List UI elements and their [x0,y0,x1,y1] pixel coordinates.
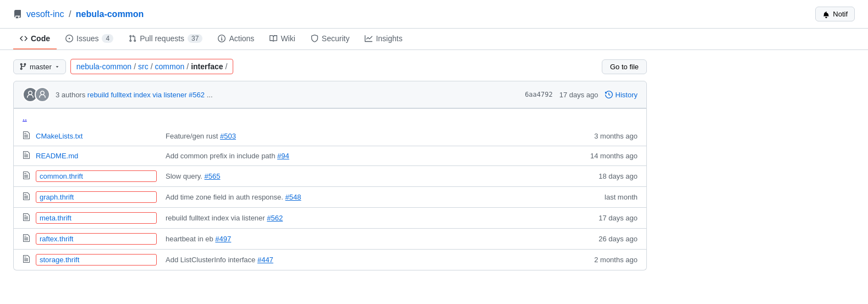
pr-icon [129,35,136,42]
breadcrumb-path: nebula-common / src / common / interface… [70,59,234,74]
parent-dir-row: .. [14,108,646,126]
path-sep: / [69,9,71,19]
wiki-icon [270,35,277,42]
repo-path: vesoft-inc / nebula-common [26,9,144,19]
actions-icon [218,35,226,42]
file-icon [23,131,31,141]
chevron-down-icon [54,64,60,69]
table-row: raftex.thrift heartbeat in eb #497 26 da… [14,228,646,249]
tab-pull-requests[interactable]: Pull requests 37 [122,29,209,49]
table-row: common.thrift Slow query. #565 18 days a… [14,165,646,186]
file-commit-msg: rebuild fulltext index via listener #562 [157,214,572,222]
commit-authors: 3 authors [56,91,85,99]
file-icon [23,255,31,265]
tab-security[interactable]: Security [304,29,356,49]
table-row: README.md Add common prefix in include p… [14,146,646,165]
commit-ref-link[interactable]: #548 [285,193,301,201]
pr-badge: 37 [188,34,202,43]
repo-nav: Code Issues 4 Pull requests 37 Actions W… [0,29,868,50]
file-commit-msg: Feature/gen rust #503 [157,132,572,140]
commit-ref-link[interactable]: #562 [267,214,283,222]
crumb-sep-1: / [134,62,136,71]
file-name: storage.thrift [36,254,157,266]
breadcrumb-row: master nebula-common / src / common / in… [13,59,647,74]
tab-issues-label: Issues [76,34,98,43]
issue-icon [65,35,73,42]
file-icon [23,234,31,244]
commit-ref-link[interactable]: #497 [215,235,231,243]
file-rows-container: CMakeLists.txt Feature/gen rust #503 3 m… [14,126,646,270]
commit-avatars [23,87,50,102]
repo-icon [13,9,22,19]
file-date: last month [572,193,638,201]
file-name-link[interactable]: README.md [36,152,78,160]
crumb-common[interactable]: common [155,62,185,71]
file-table: .. CMakeLists.txt Feature/gen rust #503 … [13,108,647,270]
crumb-sep-4: / [226,62,228,71]
tab-actions[interactable]: Actions [211,29,261,49]
insights-icon [365,35,372,42]
file-commit-msg: Add ListClusterInfo interface #447 [157,256,572,264]
tab-wiki[interactable]: Wiki [263,29,301,49]
file-name: meta.thrift [36,212,157,224]
file-date: 17 days ago [572,214,638,222]
file-name: common.thrift [36,170,157,182]
crumb-repo[interactable]: nebula-common [76,62,131,71]
commit-hash: 6aa4792 [525,91,553,98]
commit-bar: 3 authors rebuild fulltext index via lis… [13,81,647,108]
file-commit-msg: Add time zone field in auth response. #5… [157,193,572,201]
file-name: graph.thrift [36,191,157,203]
branch-icon [19,63,27,70]
file-commit-msg: Add common prefix in include path #94 [157,152,572,160]
file-icon [23,171,31,181]
tab-insights-label: Insights [376,34,402,43]
main-content: master nebula-common / src / common / in… [0,50,660,279]
commit-pr-ref[interactable]: #562 [189,91,205,99]
crumb-sep-3: / [186,62,189,71]
repo-name-link[interactable]: nebula-common [76,9,144,19]
file-icon [23,192,31,202]
file-name-link[interactable]: storage.thrift [40,256,79,264]
file-name-link[interactable]: common.thrift [40,172,83,180]
history-button[interactable]: History [605,91,638,99]
commit-ellipsis-text: ... [207,91,213,99]
parent-dir-link[interactable]: .. [23,113,27,122]
file-date: 2 months ago [572,256,638,264]
code-icon [20,35,28,42]
owner-link[interactable]: vesoft-inc [26,9,64,19]
top-bar: vesoft-inc / nebula-common Notif [0,0,868,29]
tab-code[interactable]: Code [13,29,57,49]
file-name-link[interactable]: CMakeLists.txt [36,132,83,140]
tab-insights[interactable]: Insights [358,29,409,49]
tab-issues[interactable]: Issues 4 [59,29,120,49]
tab-wiki-label: Wiki [281,34,295,43]
commit-message-link[interactable]: rebuild fulltext index via listener [87,91,187,99]
tab-security-label: Security [322,34,350,43]
tab-code-label: Code [31,34,50,43]
file-commit-msg: Slow query. #565 [157,172,572,180]
goto-file-button[interactable]: Go to file [602,59,647,74]
table-row: meta.thrift rebuild fulltext index via l… [14,207,646,228]
crumb-src[interactable]: src [138,62,149,71]
file-name: CMakeLists.txt [36,132,157,140]
branch-selector[interactable]: master [13,59,66,74]
file-date: 18 days ago [572,172,638,180]
commit-right: 6aa4792 17 days ago History [525,91,638,99]
table-row: CMakeLists.txt Feature/gen rust #503 3 m… [14,126,646,146]
commit-ref-link[interactable]: #447 [257,256,273,264]
file-date: 14 months ago [572,152,638,160]
commit-ref-link[interactable]: #503 [220,132,236,140]
file-name-link[interactable]: raftex.thrift [40,235,73,243]
breadcrumb-left: master nebula-common / src / common / in… [13,59,233,74]
tab-actions-label: Actions [229,34,254,43]
commit-ref-link[interactable]: #565 [205,172,221,180]
crumb-interface: interface [191,62,223,71]
file-name-link[interactable]: meta.thrift [40,214,72,222]
commit-time: 17 days ago [559,91,598,99]
file-name-link[interactable]: graph.thrift [40,193,74,201]
security-icon [311,35,318,42]
commit-ref-link[interactable]: #94 [277,152,289,160]
notification-button[interactable]: Notif [815,7,855,21]
notif-label: Notif [833,10,848,18]
file-date: 26 days ago [572,235,638,243]
